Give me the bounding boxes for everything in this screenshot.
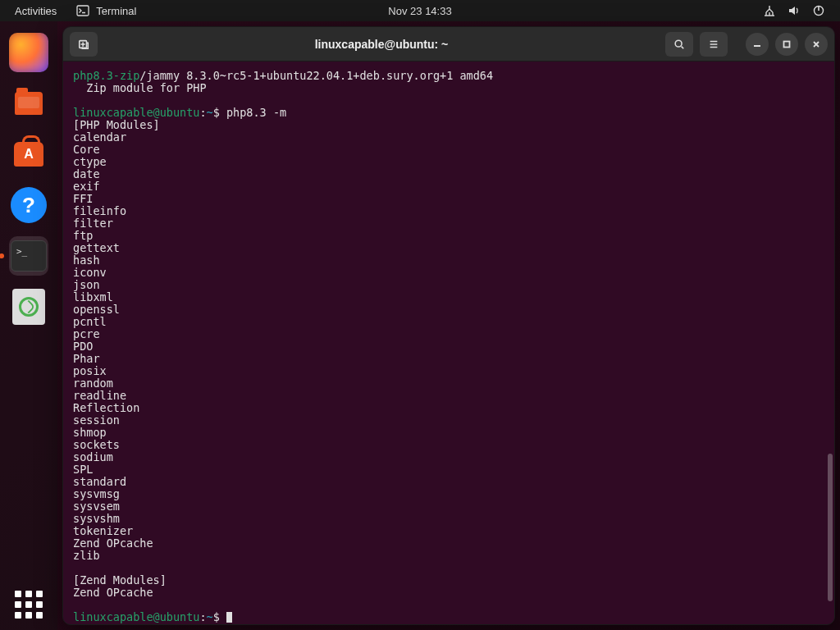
window-title: linuxcapable@ubuntu: ~ (104, 38, 659, 51)
network-icon[interactable] (763, 4, 776, 17)
close-icon (811, 39, 821, 49)
new-tab-button[interactable] (70, 32, 98, 57)
volume-icon[interactable] (788, 4, 801, 17)
hamburger-menu-button[interactable] (700, 32, 728, 57)
clock[interactable]: Nov 23 14:33 (388, 5, 451, 17)
dock-firefox[interactable] (9, 33, 48, 72)
window-header: linuxcapable@ubuntu: ~ (63, 27, 834, 62)
close-button[interactable] (805, 33, 828, 56)
dock-help[interactable]: ? (9, 185, 48, 225)
maximize-icon (782, 39, 792, 49)
desktop: ? >_ Terminal linuxcapable@ubuntu: ~ (0, 21, 840, 630)
show-applications-button[interactable] (15, 591, 43, 619)
dock-terminal[interactable]: >_ (9, 236, 48, 276)
maximize-button[interactable] (775, 33, 798, 56)
svg-point-3 (675, 40, 682, 47)
topbar-app-label: Terminal (96, 5, 136, 17)
terminal-window: linuxcapable@ubuntu: ~ php8.3-zip/jammy … (62, 26, 835, 625)
activities-button[interactable]: Activities (15, 5, 57, 17)
search-button[interactable] (665, 32, 693, 57)
new-tab-icon (78, 39, 89, 50)
hamburger-icon (708, 39, 719, 50)
search-icon (673, 39, 685, 50)
power-icon[interactable] (812, 4, 825, 17)
gnome-top-bar: Activities Terminal Nov 23 14:33 (0, 0, 840, 21)
minimize-icon (752, 39, 762, 49)
svg-rect-0 (77, 6, 89, 16)
svg-rect-4 (784, 41, 790, 47)
dock-software[interactable] (9, 135, 48, 174)
dock-trash[interactable] (9, 287, 48, 326)
scrollbar-thumb[interactable] (828, 454, 833, 601)
terminal-icon (76, 4, 89, 17)
dock-files[interactable] (9, 84, 48, 123)
topbar-app-menu[interactable]: Terminal (76, 4, 136, 17)
dock: ? >_ (0, 21, 57, 630)
minimize-button[interactable] (746, 33, 769, 56)
cursor (226, 612, 232, 623)
terminal-content[interactable]: php8.3-zip/jammy 8.3.0~rc5-1+ubuntu22.04… (63, 62, 834, 624)
